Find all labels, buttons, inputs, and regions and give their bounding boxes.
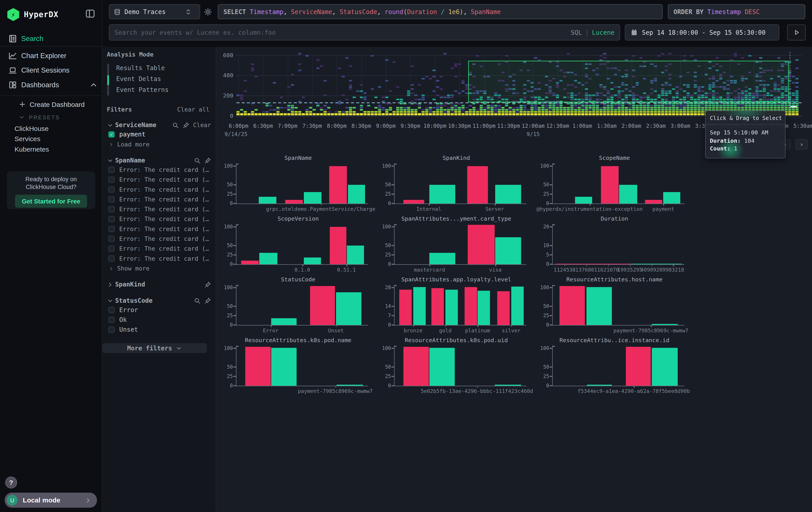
pin-icon[interactable]	[204, 297, 211, 304]
chart-title: SpanAttributes.app.loyalty.level	[381, 276, 532, 284]
chart-plot[interactable]: 10050250grpc.oteldemo.PaymentService/Cha…	[236, 164, 368, 204]
pin-icon[interactable]	[204, 281, 211, 288]
filter-item-error-the-credit-card-[interactable]: Error: The credit card (…	[107, 205, 211, 214]
filter-item-ok[interactable]: Ok	[107, 315, 211, 325]
search-icon[interactable]	[194, 297, 201, 304]
calendar-icon	[631, 28, 638, 36]
chart-plot[interactable]: 10050250f5344ec9-a1ea-4290-a62a-78f5bee8…	[552, 346, 685, 386]
source-select[interactable]: Demo Traces	[109, 4, 200, 19]
filter-item-error[interactable]: Error	[107, 305, 211, 315]
y-tick-label: 0	[538, 261, 549, 267]
y-tick-label: 0	[222, 200, 233, 206]
search-input[interactable]	[115, 29, 498, 36]
filter-group-name[interactable]: StatusCode	[115, 297, 152, 304]
chart-plot[interactable]: 100502500.1.00.51.1	[236, 224, 368, 265]
filter-item-error-the-credit-card-[interactable]: Error: The credit card (…	[107, 234, 211, 244]
pin-icon[interactable]	[204, 157, 211, 164]
checkbox[interactable]: ✓	[108, 131, 115, 138]
y-tick	[550, 306, 552, 306]
analysis-mode-event-patterns[interactable]: Event Patterns	[107, 85, 216, 96]
chart-plot[interactable]: 10050250mastercardvisa	[394, 224, 526, 265]
sidebar-item-chart-explorer[interactable]: Chart Explorer	[0, 48, 102, 63]
checkbox[interactable]	[108, 216, 115, 222]
lucene-mode-button[interactable]: Lucene	[592, 29, 614, 36]
chart-plot[interactable]: 2010501124538137680116210701993529540909…	[552, 224, 685, 265]
selection-rectangle[interactable]	[468, 60, 789, 102]
chart-plot[interactable]: 10050250@hyperdx/instrumentation-excepti…	[552, 164, 685, 204]
filter-item-error-the-credit-card-[interactable]: Error: The credit card (…	[107, 224, 211, 234]
checkbox[interactable]	[108, 196, 115, 203]
preset-item-kubernetes[interactable]: Kubernetes	[0, 144, 102, 155]
checkbox[interactable]	[108, 236, 115, 242]
y-tick-label: 50	[538, 303, 549, 309]
help-button[interactable]: ?	[5, 477, 17, 489]
gear-icon[interactable]	[204, 8, 212, 16]
more-filters-button[interactable]: More filters	[102, 343, 207, 353]
filter-item-label: Error: The credit card (…	[119, 225, 209, 233]
chart-plot[interactable]: 10050250payment-7985c8969c-mwmw7	[552, 285, 685, 325]
filter-item-error-the-credit-card-[interactable]: Error: The credit card (…	[107, 175, 211, 184]
clear-all-button[interactable]: Clear all	[177, 106, 209, 113]
sidebar-item-dashboards[interactable]: Dashboards	[0, 77, 102, 92]
preset-item-services[interactable]: Services	[0, 134, 102, 144]
chevron-down-icon[interactable]	[107, 122, 113, 129]
sidebar-item-search[interactable]: Search	[0, 31, 102, 46]
filter-item-unset[interactable]: Unset	[107, 325, 211, 334]
checkbox[interactable]	[108, 186, 115, 193]
filter-item-error-the-credit-card-[interactable]: Error: The credit card (…	[107, 244, 211, 253]
mini-chart-spankind: SpanKind10050250InternalServer	[381, 155, 532, 213]
preset-item-clickhouse[interactable]: ClickHouse	[0, 124, 102, 134]
presets-section[interactable]: PRESETS	[0, 111, 102, 124]
checkbox[interactable]	[108, 307, 115, 313]
clear-filter-button[interactable]: Clear	[193, 122, 211, 129]
checkbox[interactable]	[108, 255, 115, 262]
filter-item-error-the-credit-card-[interactable]: Error: The credit card (…	[107, 185, 211, 194]
filter-item-error-the-credit-card-[interactable]: Error: The credit card (…	[107, 195, 211, 204]
chevron-right-icon[interactable]	[107, 281, 113, 288]
checkbox[interactable]	[108, 226, 115, 232]
checkbox[interactable]	[108, 327, 115, 333]
run-query-button[interactable]	[787, 25, 806, 41]
order-by-editor[interactable]: ORDER BY Timestamp DESC	[668, 4, 805, 19]
filter-item-label: Ok	[119, 316, 127, 323]
chart-plot[interactable]: 100502505e02b5fb-13ae-4296-bbbc-111f423c…	[394, 346, 526, 386]
footer-label: Load more	[117, 141, 149, 148]
checkbox[interactable]	[108, 246, 115, 252]
filter-item-error-the-credit-card-[interactable]: Error: The credit card (…	[107, 254, 211, 263]
filter-item-error-the-credit-card-[interactable]: Error: The credit card (…	[107, 214, 211, 224]
date-range-picker[interactable]: Sep 14 18:00:00 - Sep 15 05:30:00	[625, 25, 779, 41]
sql-mode-button[interactable]: SQL	[571, 29, 582, 36]
search-icon[interactable]	[172, 122, 179, 129]
filter-group-name[interactable]: SpanKind	[115, 281, 145, 288]
next-page-button[interactable]: ›	[795, 139, 808, 150]
chart-plot[interactable]: 281470bronzegoldplatinumsilver	[394, 285, 526, 325]
show-more-button[interactable]: Show more	[107, 264, 211, 272]
filter-item-error-the-credit-card-[interactable]: Error: The credit card (…	[107, 165, 211, 174]
get-started-button[interactable]: Get Started for Free	[15, 195, 87, 208]
filter-item-payment[interactable]: ✓payment	[107, 130, 211, 139]
analysis-mode-event-deltas[interactable]: Event Deltas	[107, 74, 216, 85]
chart-plot[interactable]: 10050250InternalServer	[394, 164, 526, 204]
sidebar-collapse-icon[interactable]	[85, 8, 95, 19]
sidebar-item-client-sessions[interactable]: Client Sessions	[0, 63, 102, 77]
create-dashboard-button[interactable]: Create Dashboard	[0, 98, 102, 111]
checkbox[interactable]	[108, 177, 115, 183]
chevron-down-icon[interactable]	[107, 157, 113, 164]
bar-green	[651, 348, 678, 386]
local-mode-button[interactable]: U Local mode	[5, 493, 97, 508]
filter-group-name[interactable]: ServiceName	[115, 122, 156, 129]
load-more-button[interactable]: Load more	[107, 140, 211, 149]
filter-group-name[interactable]: SpanName	[115, 157, 145, 164]
checkbox[interactable]	[108, 206, 115, 212]
sql-select-editor[interactable]: SELECT Timestamp, ServiceName, StatusCod…	[218, 4, 663, 19]
chart-plot[interactable]: 10050250payment-7985c8969c-mwmw7	[236, 346, 368, 386]
filter-item-label: Error: The credit card (…	[119, 245, 209, 252]
chevron-down-icon[interactable]	[107, 297, 113, 304]
chart-plot[interactable]: 10050250ErrorUnset	[236, 285, 368, 325]
analysis-mode-results-table[interactable]: Results Table	[107, 63, 216, 74]
search-icon[interactable]	[194, 157, 201, 164]
checkbox[interactable]	[108, 317, 115, 323]
y-tick-label: 0	[538, 200, 549, 206]
checkbox[interactable]	[108, 167, 115, 173]
pin-icon[interactable]	[183, 122, 190, 129]
